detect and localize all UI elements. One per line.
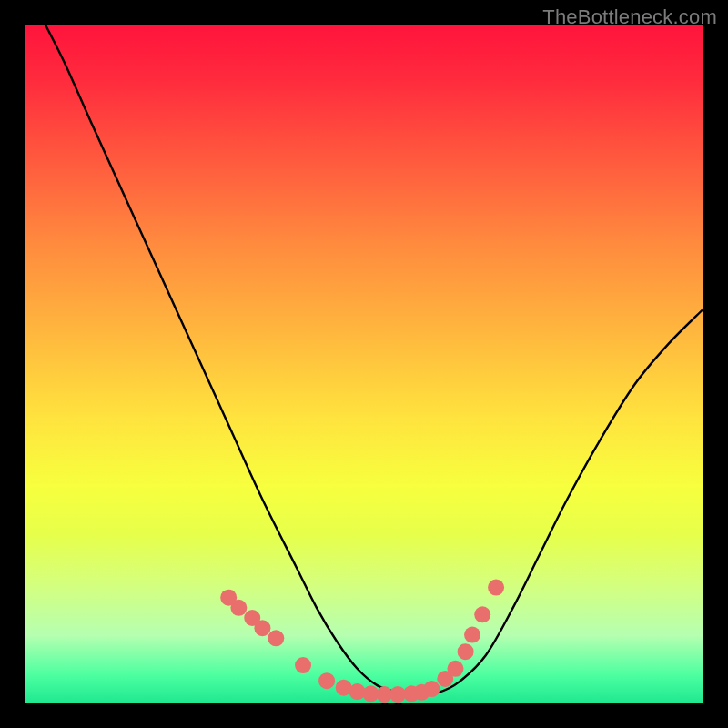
marker-point (488, 580, 504, 596)
marker-point (295, 657, 311, 673)
marker-point (230, 600, 247, 616)
marker-point (474, 606, 490, 622)
marker-point (318, 672, 335, 689)
marker-point (458, 643, 474, 660)
marker-point (447, 661, 463, 677)
bottleneck-curve (46, 25, 703, 694)
marker-point (423, 681, 440, 697)
watermark-text: TheBottleneck.com (542, 5, 717, 29)
marker-group (220, 580, 504, 703)
marker-point (254, 620, 270, 636)
chart-svg (25, 25, 703, 703)
chart-plot-area (25, 25, 703, 703)
marker-point (268, 630, 284, 646)
marker-point (464, 627, 480, 643)
